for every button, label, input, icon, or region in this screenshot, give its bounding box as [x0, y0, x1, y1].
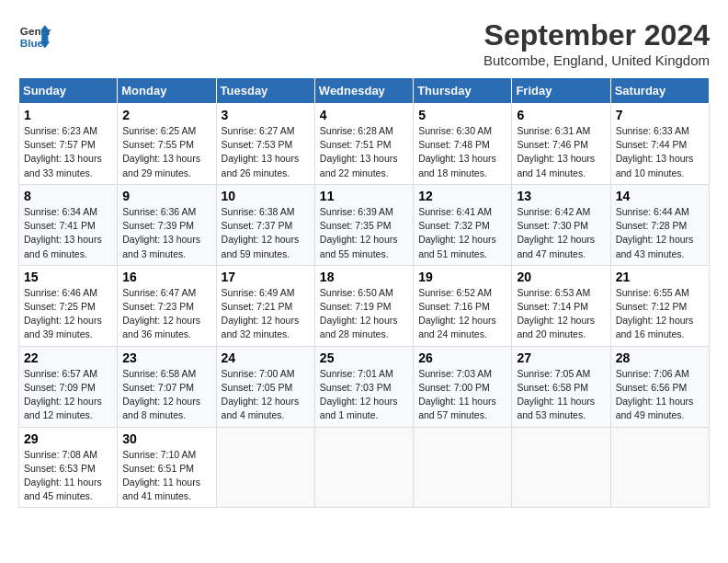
day-number: 24: [222, 350, 310, 365]
table-row: 29 Sunrise: 7:08 AMSunset: 6:53 PMDaylig…: [19, 427, 118, 508]
table-row: 17 Sunrise: 6:49 AMSunset: 7:21 PMDaylig…: [216, 265, 314, 346]
day-number: 29: [24, 431, 112, 446]
table-row: 28 Sunrise: 7:06 AMSunset: 6:56 PMDaylig…: [610, 346, 709, 427]
day-number: 30: [122, 431, 210, 446]
day-number: 21: [616, 270, 704, 284]
day-info: Sunrise: 6:57 AMSunset: 7:09 PMDaylight:…: [24, 367, 112, 423]
calendar-week-row: 15 Sunrise: 6:46 AMSunset: 7:25 PMDaylig…: [19, 265, 710, 346]
table-row: 20 Sunrise: 6:53 AMSunset: 7:14 PMDaylig…: [512, 265, 610, 346]
table-row: 21 Sunrise: 6:55 AMSunset: 7:12 PMDaylig…: [610, 265, 709, 346]
logo: General Blue: [18, 18, 51, 52]
day-number: 6: [517, 108, 605, 122]
day-info: Sunrise: 6:25 AMSunset: 7:55 PMDaylight:…: [122, 124, 210, 180]
calendar-table: Sunday Monday Tuesday Wednesday Thursday…: [18, 77, 710, 508]
col-saturday: Saturday: [610, 78, 709, 104]
day-number: 7: [616, 108, 704, 122]
day-info: Sunrise: 6:47 AMSunset: 7:23 PMDaylight:…: [122, 286, 210, 342]
day-info: Sunrise: 6:49 AMSunset: 7:21 PMDaylight:…: [222, 286, 310, 342]
day-info: Sunrise: 6:39 AMSunset: 7:35 PMDaylight:…: [320, 205, 408, 261]
table-row: 5 Sunrise: 6:30 AMSunset: 7:48 PMDayligh…: [414, 104, 512, 185]
table-row: 3 Sunrise: 6:27 AMSunset: 7:53 PMDayligh…: [216, 104, 314, 185]
day-info: Sunrise: 7:03 AMSunset: 7:00 PMDaylight:…: [418, 367, 506, 423]
day-number: 19: [418, 270, 506, 284]
day-info: Sunrise: 7:08 AMSunset: 6:53 PMDaylight:…: [24, 448, 112, 504]
day-info: Sunrise: 6:55 AMSunset: 7:12 PMDaylight:…: [616, 286, 704, 342]
day-number: 11: [320, 189, 408, 203]
day-info: Sunrise: 7:10 AMSunset: 6:51 PMDaylight:…: [122, 448, 210, 504]
day-number: 26: [418, 350, 506, 365]
calendar-week-row: 22 Sunrise: 6:57 AMSunset: 7:09 PMDaylig…: [19, 346, 710, 427]
table-row: 2 Sunrise: 6:25 AMSunset: 7:55 PMDayligh…: [118, 104, 216, 185]
table-row: 13 Sunrise: 6:42 AMSunset: 7:30 PMDaylig…: [512, 184, 610, 265]
day-number: 2: [122, 108, 210, 122]
day-info: Sunrise: 6:34 AMSunset: 7:41 PMDaylight:…: [24, 205, 112, 261]
table-row: 19 Sunrise: 6:52 AMSunset: 7:16 PMDaylig…: [414, 265, 512, 346]
day-info: Sunrise: 6:28 AMSunset: 7:51 PMDaylight:…: [320, 124, 408, 180]
day-info: Sunrise: 6:46 AMSunset: 7:25 PMDaylight:…: [24, 286, 112, 342]
title-block: September 2024 Butcombe, England, United…: [483, 18, 710, 68]
day-number: 14: [616, 189, 704, 203]
col-sunday: Sunday: [19, 78, 118, 104]
day-info: Sunrise: 6:36 AMSunset: 7:39 PMDaylight:…: [122, 205, 210, 261]
day-info: Sunrise: 6:30 AMSunset: 7:48 PMDaylight:…: [418, 124, 506, 180]
table-row: 12 Sunrise: 6:41 AMSunset: 7:32 PMDaylig…: [414, 184, 512, 265]
day-number: 23: [122, 350, 210, 365]
day-number: 17: [222, 270, 310, 284]
day-info: Sunrise: 6:41 AMSunset: 7:32 PMDaylight:…: [418, 205, 506, 261]
table-row: 16 Sunrise: 6:47 AMSunset: 7:23 PMDaylig…: [118, 265, 216, 346]
calendar-week-row: 1 Sunrise: 6:23 AMSunset: 7:57 PMDayligh…: [19, 104, 710, 185]
day-number: 28: [616, 350, 704, 365]
calendar-week-row: 29 Sunrise: 7:08 AMSunset: 6:53 PMDaylig…: [19, 427, 710, 508]
table-row: 11 Sunrise: 6:39 AMSunset: 7:35 PMDaylig…: [314, 184, 413, 265]
day-number: 25: [320, 350, 408, 365]
table-row: 30 Sunrise: 7:10 AMSunset: 6:51 PMDaylig…: [118, 427, 216, 508]
day-info: Sunrise: 6:58 AMSunset: 7:07 PMDaylight:…: [122, 367, 210, 423]
day-info: Sunrise: 6:38 AMSunset: 7:37 PMDaylight:…: [222, 205, 310, 261]
col-tuesday: Tuesday: [216, 78, 314, 104]
day-number: 18: [320, 270, 408, 284]
day-info: Sunrise: 7:01 AMSunset: 7:03 PMDaylight:…: [320, 367, 408, 423]
day-info: Sunrise: 6:23 AMSunset: 7:57 PMDaylight:…: [24, 124, 112, 180]
table-row: 18 Sunrise: 6:50 AMSunset: 7:19 PMDaylig…: [314, 265, 413, 346]
svg-text:Blue: Blue: [20, 37, 44, 49]
day-info: Sunrise: 6:42 AMSunset: 7:30 PMDaylight:…: [517, 205, 605, 261]
table-row: 1 Sunrise: 6:23 AMSunset: 7:57 PMDayligh…: [19, 104, 118, 185]
day-number: 20: [517, 270, 605, 284]
day-number: 3: [222, 108, 310, 122]
page-header: General Blue September 2024 Butcombe, En…: [18, 18, 710, 68]
day-number: 27: [517, 350, 605, 365]
day-number: 15: [24, 270, 112, 284]
logo-icon: General Blue: [18, 18, 51, 52]
table-row: 15 Sunrise: 6:46 AMSunset: 7:25 PMDaylig…: [19, 265, 118, 346]
table-row: 23 Sunrise: 6:58 AMSunset: 7:07 PMDaylig…: [118, 346, 216, 427]
table-row: 8 Sunrise: 6:34 AMSunset: 7:41 PMDayligh…: [19, 184, 118, 265]
table-row: [610, 427, 709, 508]
day-number: 1: [24, 108, 112, 122]
day-number: 22: [24, 350, 112, 365]
table-row: [512, 427, 610, 508]
table-row: 10 Sunrise: 6:38 AMSunset: 7:37 PMDaylig…: [216, 184, 314, 265]
table-row: 4 Sunrise: 6:28 AMSunset: 7:51 PMDayligh…: [314, 104, 413, 185]
day-info: Sunrise: 6:31 AMSunset: 7:46 PMDaylight:…: [517, 124, 605, 180]
header-row: Sunday Monday Tuesday Wednesday Thursday…: [19, 78, 710, 104]
day-number: 12: [418, 189, 506, 203]
table-row: 26 Sunrise: 7:03 AMSunset: 7:00 PMDaylig…: [414, 346, 512, 427]
table-row: 14 Sunrise: 6:44 AMSunset: 7:28 PMDaylig…: [610, 184, 709, 265]
day-info: Sunrise: 7:00 AMSunset: 7:05 PMDaylight:…: [222, 367, 310, 423]
table-row: 27 Sunrise: 7:05 AMSunset: 6:58 PMDaylig…: [512, 346, 610, 427]
day-number: 10: [222, 189, 310, 203]
day-number: 8: [24, 189, 112, 203]
day-info: Sunrise: 6:44 AMSunset: 7:28 PMDaylight:…: [616, 205, 704, 261]
col-monday: Monday: [118, 78, 216, 104]
table-row: 24 Sunrise: 7:00 AMSunset: 7:05 PMDaylig…: [216, 346, 314, 427]
day-number: 16: [122, 270, 210, 284]
day-number: 4: [320, 108, 408, 122]
table-row: 6 Sunrise: 6:31 AMSunset: 7:46 PMDayligh…: [512, 104, 610, 185]
col-wednesday: Wednesday: [314, 78, 413, 104]
day-info: Sunrise: 6:33 AMSunset: 7:44 PMDaylight:…: [616, 124, 704, 180]
day-number: 5: [418, 108, 506, 122]
day-info: Sunrise: 6:53 AMSunset: 7:14 PMDaylight:…: [517, 286, 605, 342]
table-row: 7 Sunrise: 6:33 AMSunset: 7:44 PMDayligh…: [610, 104, 709, 185]
day-info: Sunrise: 6:50 AMSunset: 7:19 PMDaylight:…: [320, 286, 408, 342]
day-number: 13: [517, 189, 605, 203]
